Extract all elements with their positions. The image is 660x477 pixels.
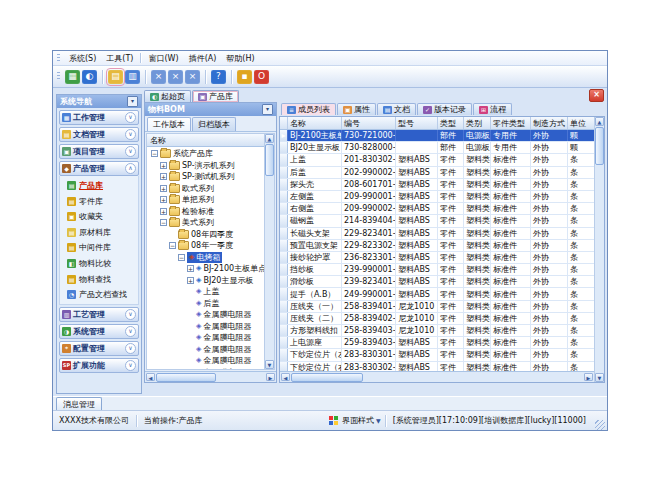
- tree-node[interactable]: −◈金属膜电阻器: [147, 344, 264, 356]
- table-row[interactable]: 挡纱板239-990001-01X塑料ABS零件塑料类标准件外协条: [280, 264, 594, 276]
- tree-node[interactable]: −◈金属膜电阻器: [147, 332, 264, 344]
- chevron-down-icon[interactable]: ∨: [125, 360, 136, 371]
- column-header[interactable]: 型号: [396, 117, 438, 129]
- scrollbar-thumb[interactable]: [291, 373, 363, 382]
- table-row[interactable]: 下纱定位片（右）283-830302-00X塑料ABS零件塑料类标准件外协条: [280, 362, 594, 371]
- menu-item[interactable]: 工具(T): [101, 52, 138, 65]
- sidebar-group-header[interactable]: *配置管理∨: [59, 341, 139, 356]
- sidebar-group-header[interactable]: ▣项目管理∨: [59, 144, 139, 159]
- expand-icon[interactable]: +: [187, 265, 194, 272]
- sidebar-item[interactable]: ▤产品库: [67, 180, 136, 191]
- detail-tab[interactable]: ⊞流程: [473, 103, 512, 115]
- pin-icon[interactable]: ▾: [262, 104, 273, 115]
- document-tab[interactable]: ◐起始页: [144, 90, 191, 102]
- tree-node[interactable]: +欧式系列: [147, 183, 264, 195]
- desktop-icon[interactable]: ▦: [65, 70, 80, 84]
- scrollbar-thumb[interactable]: [595, 127, 604, 165]
- table-row[interactable]: 右侧盖209-990002-01X塑料ABS零件塑料类标准件外协条: [280, 203, 594, 215]
- tree-node[interactable]: −◈金属膜电阻器: [147, 367, 264, 370]
- collapse-icon[interactable]: −: [151, 150, 158, 157]
- row-indicator-header[interactable]: [280, 117, 288, 129]
- sidebar-item[interactable]: ▤物料查找: [67, 274, 136, 285]
- table-row[interactable]: 后盖202-990002-01X塑料ABS零件塑料类标准件外协条: [280, 167, 594, 179]
- version-tab[interactable]: 归档版本: [192, 117, 236, 131]
- column-header[interactable]: 零件类型: [491, 117, 531, 129]
- column-header[interactable]: 类别: [464, 117, 491, 129]
- tree-vertical-scrollbar[interactable]: ▲ ▼: [264, 134, 274, 369]
- interface-style-button[interactable]: 界面样式 ▼: [341, 414, 382, 427]
- column-header[interactable]: 单位: [568, 117, 594, 129]
- expand-icon[interactable]: +: [187, 277, 194, 284]
- table-row[interactable]: 压线夹（二）258-839402-00X尼龙1010零件塑料类标准件外协条: [280, 313, 594, 325]
- table-horizontal-scrollbar[interactable]: ◀ ▶: [280, 371, 594, 382]
- tree-node[interactable]: −◈后盖: [147, 298, 264, 310]
- sidebar-item[interactable]: ◔产品文档查找: [67, 289, 136, 300]
- resize-grip[interactable]: [595, 420, 605, 430]
- menu-item[interactable]: 帮助(H): [221, 52, 259, 65]
- version-tab[interactable]: 工作版本: [147, 117, 191, 131]
- menu-item[interactable]: 系统(S): [64, 52, 101, 65]
- scrollbar-thumb[interactable]: [265, 144, 274, 176]
- column-header[interactable]: 类型: [438, 117, 464, 129]
- scroll-left-icon[interactable]: ◀: [146, 373, 155, 381]
- table-row[interactable]: 上电源座259-839403-00X塑料ABS零件塑料类标准件外协条: [280, 337, 594, 349]
- tree-node[interactable]: +检验标准: [147, 206, 264, 218]
- sidebar-item[interactable]: ▤零件库: [67, 196, 136, 207]
- table-row[interactable]: 左侧盖209-990001-01X塑料ABS零件塑料类标准件外协条: [280, 191, 594, 203]
- scroll-left-icon[interactable]: ◀: [281, 373, 290, 381]
- sidebar-item[interactable]: ▣收藏夹: [67, 211, 136, 222]
- tree-node[interactable]: −美式系列: [147, 217, 264, 229]
- close-other-windows-icon[interactable]: ×: [185, 70, 200, 84]
- chevron-down-icon[interactable]: ∨: [125, 309, 136, 320]
- close-tab-button[interactable]: ×: [589, 89, 604, 102]
- detail-tab[interactable]: ▣属性: [337, 103, 376, 115]
- scroll-up-icon[interactable]: ▲: [595, 117, 604, 126]
- table-row[interactable]: 长磁头支架229-823401-00X塑料ABS零件塑料类标准件外协条: [280, 228, 594, 240]
- tree-node[interactable]: −◈金属膜电阻器: [147, 321, 264, 333]
- table-row[interactable]: BJ20主显示板730-828000-04X部件电源板专用件外协颗: [280, 142, 594, 154]
- tree-node[interactable]: −08年一季度: [147, 240, 264, 252]
- window-grid-icon[interactable]: ▥: [125, 70, 140, 84]
- tree-node[interactable]: −◈电烤箱: [147, 252, 264, 264]
- collapse-icon[interactable]: −: [178, 254, 185, 261]
- sidebar-group-header[interactable]: ▦工作管理∨: [59, 110, 139, 125]
- expand-icon[interactable]: +: [160, 208, 167, 215]
- sidebar-group-header[interactable]: ◑系统管理∨: [59, 324, 139, 339]
- scroll-down-icon[interactable]: ▼: [595, 373, 604, 382]
- scroll-down-icon[interactable]: ▼: [265, 360, 274, 369]
- scrollbar-thumb[interactable]: [156, 373, 216, 382]
- tree-node[interactable]: +SP-演示机系列: [147, 160, 264, 172]
- tree-node[interactable]: −◈金属膜电阻器: [147, 355, 264, 367]
- expand-icon[interactable]: +: [160, 173, 167, 180]
- expand-icon[interactable]: +: [160, 162, 167, 169]
- collapse-icon[interactable]: −: [169, 242, 176, 249]
- detail-tab[interactable]: ▤文档: [377, 103, 416, 115]
- tree-node[interactable]: +◈BJ-2100主板单点: [147, 263, 264, 275]
- menubar-grip[interactable]: [57, 54, 60, 63]
- sidebar-item[interactable]: ◧物料比较: [67, 258, 136, 269]
- menu-item[interactable]: 窗口(W): [143, 52, 183, 65]
- table-row[interactable]: 滑纱板239-823401-00X塑料ABS零件塑料类标准件外协条: [280, 276, 594, 288]
- globe-icon[interactable]: ◐: [82, 70, 97, 84]
- close-all-windows-icon[interactable]: ×: [168, 70, 183, 84]
- open-folder-icon[interactable]: ▤: [108, 70, 123, 84]
- sidebar-item[interactable]: ▤原材料库: [67, 227, 136, 238]
- tree-node[interactable]: −◈上盖: [147, 286, 264, 298]
- expand-icon[interactable]: +: [160, 196, 167, 203]
- close-window-icon[interactable]: ×: [151, 70, 166, 84]
- table-vertical-scrollbar[interactable]: ▲ ▼: [594, 117, 604, 382]
- sidebar-group-header[interactable]: SP扩展功能∨: [59, 358, 139, 373]
- scroll-right-icon[interactable]: ▶: [584, 373, 593, 381]
- table-row[interactable]: 磁钢盖214-839404-01X塑料ABS零件塑料类标准件外协条: [280, 215, 594, 227]
- detail-tab[interactable]: ≡成员列表: [281, 103, 336, 115]
- tree-node[interactable]: +单把系列: [147, 194, 264, 206]
- tree-node[interactable]: +◈BJ20主显示板: [147, 275, 264, 287]
- tree-column-header[interactable]: 名称: [147, 134, 264, 147]
- column-header[interactable]: 制造方式: [531, 117, 568, 129]
- document-tab[interactable]: ▣产品库: [192, 90, 239, 102]
- tree-node[interactable]: −系统产品库: [147, 148, 264, 160]
- chevron-down-icon[interactable]: ∨: [125, 112, 136, 123]
- table-row[interactable]: 下纱定位片（左）283-830301-00X塑料ABS零件塑料类标准件外协条: [280, 349, 594, 361]
- chevron-down-icon[interactable]: ∨: [125, 146, 136, 157]
- sidebar-item[interactable]: ▤中间件库: [67, 242, 136, 253]
